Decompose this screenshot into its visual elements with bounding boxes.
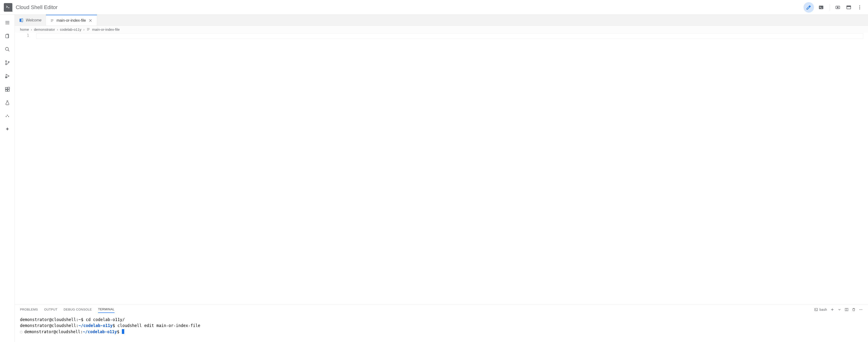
terminal-dropdown-button[interactable] bbox=[838, 308, 841, 312]
svg-rect-0 bbox=[10, 11, 12, 12]
tab-label: Welcome bbox=[26, 18, 41, 22]
ai-sparkle-icon[interactable] bbox=[2, 124, 12, 135]
testing-icon[interactable] bbox=[2, 98, 12, 108]
svg-point-24 bbox=[861, 309, 861, 310]
panel-tab-output[interactable]: OUTPUT bbox=[44, 306, 57, 313]
explorer-icon[interactable] bbox=[2, 31, 12, 41]
file-icon bbox=[86, 27, 90, 31]
activity-bar bbox=[0, 15, 15, 342]
welcome-icon bbox=[19, 18, 23, 22]
panel-more-button[interactable] bbox=[859, 308, 863, 312]
cloudshell-logo-icon bbox=[4, 3, 12, 12]
svg-point-12 bbox=[5, 64, 7, 65]
line-gutter: 1 bbox=[15, 33, 36, 305]
svg-rect-2 bbox=[819, 5, 823, 9]
open-terminal-button[interactable] bbox=[816, 2, 826, 12]
file-icon bbox=[50, 19, 54, 22]
panel-tab-debug[interactable]: DEBUG CONSOLE bbox=[64, 306, 92, 313]
svg-rect-1 bbox=[11, 10, 12, 11]
cloud-code-icon[interactable] bbox=[2, 111, 12, 121]
brand: Cloud Shell Editor bbox=[4, 3, 58, 12]
tab-bar: Welcome main-or-index-file bbox=[15, 15, 868, 26]
source-control-icon[interactable] bbox=[2, 58, 12, 68]
line-number: 1 bbox=[15, 33, 29, 38]
code-content[interactable] bbox=[36, 33, 868, 305]
panel-tab-terminal[interactable]: TERMINAL bbox=[98, 306, 115, 313]
breadcrumb-file[interactable]: main-or-index-file bbox=[92, 27, 120, 31]
svg-point-10 bbox=[5, 48, 8, 51]
extensions-icon[interactable] bbox=[2, 84, 12, 94]
chevron-right-icon: › bbox=[57, 27, 58, 31]
new-terminal-button[interactable] bbox=[830, 308, 834, 312]
svg-rect-19 bbox=[20, 19, 21, 22]
kill-terminal-button[interactable] bbox=[852, 308, 856, 312]
svg-point-13 bbox=[8, 61, 9, 63]
svg-rect-16 bbox=[5, 90, 7, 91]
editor-area: Welcome main-or-index-file home › demons… bbox=[15, 15, 868, 342]
svg-rect-18 bbox=[8, 87, 9, 89]
code-editor[interactable]: 1 bbox=[15, 33, 868, 305]
split-terminal-button[interactable] bbox=[845, 308, 848, 312]
close-tab-button[interactable] bbox=[88, 18, 93, 23]
svg-rect-17 bbox=[7, 90, 9, 91]
tab-active-file[interactable]: main-or-index-file bbox=[46, 15, 97, 26]
svg-rect-6 bbox=[847, 6, 851, 7]
app-title: Cloud Shell Editor bbox=[16, 4, 58, 10]
breadcrumb-item[interactable]: home bbox=[20, 27, 29, 31]
terminal-line: demonstrator@cloudshell:~$ cd codelab-o1… bbox=[20, 317, 863, 323]
svg-point-11 bbox=[5, 60, 7, 62]
svg-rect-15 bbox=[5, 87, 7, 89]
panel-tab-problems[interactable]: PROBLEMS bbox=[20, 306, 38, 313]
svg-point-4 bbox=[837, 7, 838, 8]
tab-label: main-or-index-file bbox=[56, 18, 86, 23]
panel-tabs: PROBLEMS OUTPUT DEBUG CONSOLE TERMINAL b… bbox=[15, 305, 868, 314]
search-icon[interactable] bbox=[2, 44, 12, 54]
tab-welcome[interactable]: Welcome bbox=[15, 15, 46, 26]
svg-point-9 bbox=[859, 8, 860, 9]
chevron-right-icon: › bbox=[83, 27, 85, 31]
edit-button[interactable] bbox=[804, 2, 814, 12]
svg-point-23 bbox=[860, 309, 860, 310]
terminal-output[interactable]: demonstrator@cloudshell:~$ cd codelab-o1… bbox=[15, 314, 868, 342]
preview-button[interactable] bbox=[833, 3, 842, 12]
svg-point-8 bbox=[859, 7, 860, 8]
terminal-line: ○demonstrator@cloudshell:~/codelab-o11y$ bbox=[20, 329, 863, 335]
current-line-highlight bbox=[36, 33, 863, 38]
menu-toggle-button[interactable] bbox=[2, 18, 12, 28]
chevron-right-icon: › bbox=[31, 27, 32, 31]
open-new-window-button[interactable] bbox=[844, 3, 853, 12]
run-debug-icon[interactable] bbox=[2, 71, 12, 81]
bottom-panel: PROBLEMS OUTPUT DEBUG CONSOLE TERMINAL b… bbox=[15, 305, 868, 342]
divider bbox=[830, 4, 830, 11]
topbar: Cloud Shell Editor bbox=[0, 0, 868, 15]
svg-point-7 bbox=[859, 5, 860, 6]
shell-label: bash bbox=[819, 308, 827, 312]
topbar-actions bbox=[804, 2, 864, 12]
breadcrumb-item[interactable]: codelab-o11y bbox=[60, 27, 82, 31]
terminal-profile[interactable]: bash bbox=[814, 308, 827, 312]
breadcrumb-item[interactable]: demonstrator bbox=[34, 27, 55, 31]
svg-rect-21 bbox=[815, 308, 817, 311]
terminal-line: demonstrator@cloudshell:~/codelab-o11y$ … bbox=[20, 323, 863, 329]
svg-rect-20 bbox=[22, 19, 23, 22]
breadcrumb[interactable]: home › demonstrator › codelab-o11y › mai… bbox=[15, 26, 868, 33]
svg-point-25 bbox=[862, 309, 862, 310]
more-menu-button[interactable] bbox=[855, 3, 864, 12]
